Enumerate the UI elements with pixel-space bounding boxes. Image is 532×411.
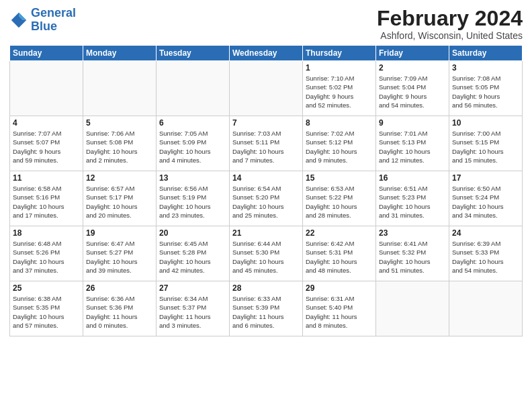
day-number: 10 — [452, 118, 519, 128]
day-info: Sunrise: 7:07 AM Sunset: 5:07 PM Dayligh… — [13, 129, 80, 165]
day-info: Sunrise: 6:45 AM Sunset: 5:28 PM Dayligh… — [159, 239, 226, 275]
day-number: 8 — [306, 118, 373, 128]
day-info: Sunrise: 6:33 AM Sunset: 5:39 PM Dayligh… — [232, 294, 300, 330]
title-block: February 2024 Ashford, Wisconsin, United… — [377, 7, 523, 41]
day-info: Sunrise: 6:38 AM Sunset: 5:35 PM Dayligh… — [13, 294, 80, 330]
day-info: Sunrise: 7:10 AM Sunset: 5:02 PM Dayligh… — [306, 74, 373, 109]
day-cell — [376, 281, 449, 336]
day-cell: 15Sunrise: 6:53 AM Sunset: 5:22 PM Dayli… — [303, 171, 376, 226]
day-number: 17 — [452, 173, 519, 183]
day-number: 24 — [452, 228, 519, 238]
day-info: Sunrise: 6:53 AM Sunset: 5:22 PM Dayligh… — [306, 184, 373, 220]
day-cell — [83, 61, 157, 116]
day-number: 23 — [379, 228, 446, 238]
day-cell: 9Sunrise: 7:01 AM Sunset: 5:13 PM Daylig… — [376, 116, 449, 171]
page: General Blue February 2024 Ashford, Wisc… — [0, 0, 532, 411]
day-number: 27 — [159, 283, 226, 293]
day-info: Sunrise: 7:02 AM Sunset: 5:12 PM Dayligh… — [306, 129, 373, 165]
day-info: Sunrise: 6:47 AM Sunset: 5:27 PM Dayligh… — [86, 239, 153, 275]
day-cell: 22Sunrise: 6:42 AM Sunset: 5:31 PM Dayli… — [303, 226, 376, 281]
day-number: 1 — [306, 63, 373, 73]
calendar-header: Sunday Monday Tuesday Wednesday Thursday… — [10, 46, 523, 61]
day-info: Sunrise: 6:31 AM Sunset: 5:40 PM Dayligh… — [306, 294, 373, 330]
day-number: 16 — [379, 173, 446, 183]
day-cell: 14Sunrise: 6:54 AM Sunset: 5:20 PM Dayli… — [230, 171, 303, 226]
day-info: Sunrise: 6:50 AM Sunset: 5:24 PM Dayligh… — [452, 184, 519, 220]
day-cell: 6Sunrise: 7:05 AM Sunset: 5:09 PM Daylig… — [157, 116, 230, 171]
col-friday: Friday — [376, 46, 449, 61]
day-number: 20 — [159, 228, 226, 238]
day-number: 12 — [86, 173, 153, 183]
day-cell: 11Sunrise: 6:58 AM Sunset: 5:16 PM Dayli… — [10, 171, 83, 226]
day-info: Sunrise: 7:08 AM Sunset: 5:05 PM Dayligh… — [452, 74, 519, 109]
day-cell — [449, 281, 523, 336]
day-cell: 16Sunrise: 6:51 AM Sunset: 5:23 PM Dayli… — [376, 171, 449, 226]
day-cell: 4Sunrise: 7:07 AM Sunset: 5:07 PM Daylig… — [10, 116, 83, 171]
day-cell: 10Sunrise: 7:00 AM Sunset: 5:15 PM Dayli… — [449, 116, 523, 171]
calendar-subtitle: Ashford, Wisconsin, United States — [377, 30, 523, 41]
day-number: 25 — [13, 283, 80, 293]
day-cell: 23Sunrise: 6:41 AM Sunset: 5:32 PM Dayli… — [376, 226, 449, 281]
day-cell: 26Sunrise: 6:36 AM Sunset: 5:36 PM Dayli… — [83, 281, 157, 336]
day-number: 7 — [232, 118, 300, 128]
day-cell: 18Sunrise: 6:48 AM Sunset: 5:26 PM Dayli… — [10, 226, 83, 281]
day-info: Sunrise: 7:00 AM Sunset: 5:15 PM Dayligh… — [452, 129, 519, 165]
col-wednesday: Wednesday — [230, 46, 303, 61]
day-cell: 28Sunrise: 6:33 AM Sunset: 5:39 PM Dayli… — [230, 281, 303, 336]
col-thursday: Thursday — [303, 46, 376, 61]
day-number: 19 — [86, 228, 153, 238]
day-cell: 25Sunrise: 6:38 AM Sunset: 5:35 PM Dayli… — [10, 281, 83, 336]
day-cell: 7Sunrise: 7:03 AM Sunset: 5:11 PM Daylig… — [230, 116, 303, 171]
day-cell: 17Sunrise: 6:50 AM Sunset: 5:24 PM Dayli… — [449, 171, 523, 226]
day-info: Sunrise: 7:01 AM Sunset: 5:13 PM Dayligh… — [379, 129, 446, 165]
day-info: Sunrise: 7:03 AM Sunset: 5:11 PM Dayligh… — [232, 129, 300, 165]
day-number: 28 — [232, 283, 300, 293]
day-info: Sunrise: 6:58 AM Sunset: 5:16 PM Dayligh… — [13, 184, 80, 220]
week-row-4: 25Sunrise: 6:38 AM Sunset: 5:35 PM Dayli… — [10, 281, 523, 336]
day-number: 13 — [159, 173, 226, 183]
day-cell — [157, 61, 230, 116]
day-number: 6 — [159, 118, 226, 128]
day-info: Sunrise: 6:44 AM Sunset: 5:30 PM Dayligh… — [232, 239, 300, 275]
logo-icon — [9, 11, 28, 30]
calendar-table: Sunday Monday Tuesday Wednesday Thursday… — [9, 45, 523, 336]
day-number: 3 — [452, 63, 519, 73]
week-row-0: 1Sunrise: 7:10 AM Sunset: 5:02 PM Daylig… — [10, 61, 523, 116]
day-cell: 12Sunrise: 6:57 AM Sunset: 5:17 PM Dayli… — [83, 171, 157, 226]
logo-line1: General — [31, 6, 76, 19]
day-number: 9 — [379, 118, 446, 128]
day-info: Sunrise: 6:51 AM Sunset: 5:23 PM Dayligh… — [379, 184, 446, 220]
header: General Blue February 2024 Ashford, Wisc… — [9, 7, 523, 41]
day-number: 22 — [306, 228, 373, 238]
logo-line2: Blue — [31, 19, 57, 33]
day-number: 29 — [306, 283, 373, 293]
day-cell: 3Sunrise: 7:08 AM Sunset: 5:05 PM Daylig… — [449, 61, 523, 116]
day-cell: 13Sunrise: 6:56 AM Sunset: 5:19 PM Dayli… — [157, 171, 230, 226]
day-number: 11 — [13, 173, 80, 183]
day-cell: 2Sunrise: 7:09 AM Sunset: 5:04 PM Daylig… — [376, 61, 449, 116]
day-info: Sunrise: 6:56 AM Sunset: 5:19 PM Dayligh… — [159, 184, 226, 220]
day-info: Sunrise: 7:06 AM Sunset: 5:08 PM Dayligh… — [86, 129, 153, 165]
day-number: 2 — [379, 63, 446, 73]
day-number: 4 — [13, 118, 80, 128]
day-number: 5 — [86, 118, 153, 128]
day-info: Sunrise: 6:36 AM Sunset: 5:36 PM Dayligh… — [86, 294, 153, 330]
week-row-2: 11Sunrise: 6:58 AM Sunset: 5:16 PM Dayli… — [10, 171, 523, 226]
day-cell: 19Sunrise: 6:47 AM Sunset: 5:27 PM Dayli… — [83, 226, 157, 281]
day-number: 15 — [306, 173, 373, 183]
day-number: 18 — [13, 228, 80, 238]
day-cell — [230, 61, 303, 116]
calendar-title: February 2024 — [377, 7, 523, 30]
day-info: Sunrise: 6:39 AM Sunset: 5:33 PM Dayligh… — [452, 239, 519, 275]
day-info: Sunrise: 6:41 AM Sunset: 5:32 PM Dayligh… — [379, 239, 446, 275]
day-info: Sunrise: 6:54 AM Sunset: 5:20 PM Dayligh… — [232, 184, 300, 220]
logo-text: General Blue — [31, 7, 76, 34]
day-info: Sunrise: 7:09 AM Sunset: 5:04 PM Dayligh… — [379, 74, 446, 109]
calendar-body: 1Sunrise: 7:10 AM Sunset: 5:02 PM Daylig… — [10, 61, 523, 336]
day-cell: 1Sunrise: 7:10 AM Sunset: 5:02 PM Daylig… — [303, 61, 376, 116]
day-info: Sunrise: 7:05 AM Sunset: 5:09 PM Dayligh… — [159, 129, 226, 165]
day-info: Sunrise: 6:57 AM Sunset: 5:17 PM Dayligh… — [86, 184, 153, 220]
day-cell: 5Sunrise: 7:06 AM Sunset: 5:08 PM Daylig… — [83, 116, 157, 171]
col-sunday: Sunday — [10, 46, 83, 61]
day-cell: 27Sunrise: 6:34 AM Sunset: 5:37 PM Dayli… — [157, 281, 230, 336]
